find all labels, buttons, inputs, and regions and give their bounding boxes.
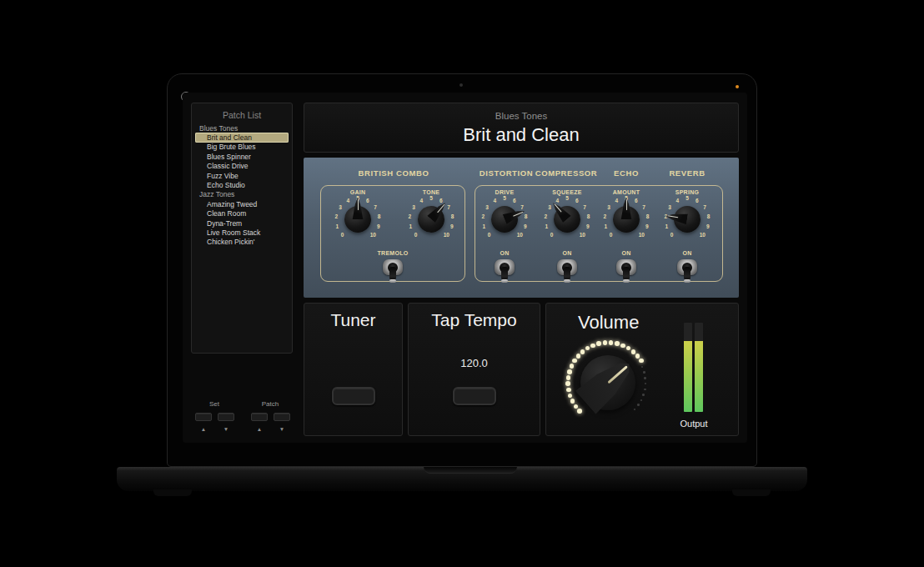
led-dot-lit (577, 409, 582, 414)
knob-scale-number: 8 (378, 213, 381, 218)
led-dot-lit (572, 359, 577, 364)
switch-lever (501, 267, 508, 280)
led-dot-unlit (641, 366, 644, 369)
knob-scale-number: 0 (670, 232, 674, 238)
patch-list-item[interactable]: Big Brute Blues (192, 143, 292, 152)
led-dot-lit (603, 340, 608, 345)
switch-lever-tip (684, 279, 690, 283)
knob-scale-number: 8 (451, 213, 454, 218)
drive-knob[interactable]: 012345678910 (478, 193, 531, 246)
reverb-on-switch[interactable] (676, 259, 698, 284)
patch-list-item[interactable]: Fuzz Vibe (192, 171, 292, 180)
patch-down-button[interactable] (274, 413, 290, 421)
patch-up-button[interactable] (251, 413, 268, 421)
led-dot-lit (626, 346, 631, 351)
knob-scale-number: 8 (525, 213, 528, 218)
spring-knob[interactable]: 012345678910 (660, 193, 714, 246)
patch-list-item[interactable]: Clean Room (192, 209, 292, 218)
led-dot-lit (596, 341, 601, 346)
knob-scale-number: 6 (635, 197, 638, 203)
patch-group-label: Jazz Tones (192, 190, 292, 199)
led-dot-unlit (637, 404, 640, 406)
knob-scale-number: 1 (482, 223, 485, 229)
knob-scale-number: 9 (706, 223, 710, 229)
knob-scale-number: 10 (370, 232, 376, 238)
led-dot-unlit (634, 409, 636, 411)
echo-on-switch[interactable] (615, 259, 637, 284)
knob-scale-number: 5 (503, 195, 506, 201)
led-dot-unlit (645, 383, 647, 385)
patch-list-item[interactable]: Classic Drive (192, 162, 292, 171)
knob-scale-number: 0 (550, 232, 554, 238)
knob-scale-number: 1 (604, 223, 607, 229)
led-dot-lit (568, 394, 573, 399)
patch-list-item[interactable]: Brit and Clean (195, 133, 289, 142)
patch-down-arrow-icon[interactable]: ▼ (279, 426, 284, 432)
knob-scale-number: 4 (346, 197, 349, 203)
knob-scale-number: 0 (341, 232, 344, 238)
led-dot-lit (620, 344, 625, 349)
squeeze-knob[interactable]: 012345678910 (540, 193, 594, 246)
knob-scale-number: 4 (615, 197, 618, 203)
gain-knob[interactable]: 012345678910 (331, 193, 384, 246)
led-dot-lit (609, 340, 614, 345)
knob-scale-number: 0 (610, 232, 613, 238)
patch-list-item[interactable]: Amazing Tweed (192, 199, 292, 208)
patch-list-item[interactable]: Echo Studio (192, 180, 292, 189)
app-window: Patch List Blues TonesBrit and CleanBig … (183, 93, 747, 443)
set-up-button[interactable] (195, 413, 212, 421)
knob-scale-number: 1 (545, 223, 548, 229)
tap-tempo-button[interactable] (453, 387, 496, 405)
tone-knob[interactable]: 012345678910 (404, 193, 458, 246)
patch-list-item[interactable]: Live Room Stack (192, 228, 292, 237)
led-dot-lit (631, 349, 636, 354)
knob-scale-number: 5 (429, 195, 433, 201)
led-dot-lit (615, 341, 620, 346)
knob-scale-number: 10 (517, 232, 523, 238)
tremolo-switch[interactable] (382, 259, 404, 284)
set-down-button[interactable] (218, 413, 234, 421)
knob-scale-number: 6 (696, 197, 699, 203)
patch-label: Patch (262, 400, 279, 408)
compressor-on-switch[interactable] (556, 259, 578, 284)
patch-list-item[interactable]: Blues Spinner (192, 152, 292, 161)
patch-list-title: Patch List (192, 110, 292, 120)
patch-group-name: Blues Tones (304, 111, 738, 121)
section-title-british-combo: BRITISH COMBO (359, 168, 429, 178)
patch-list-item[interactable]: Chicken Pickin' (192, 238, 292, 247)
knob-scale-number: 0 (414, 232, 418, 238)
distortion-on-switch[interactable] (494, 259, 515, 284)
patch-list-item[interactable]: Dyna-Trem (192, 218, 292, 228)
set-label: Set (209, 400, 219, 408)
led-dot-lit (580, 349, 585, 354)
led-dot-lit (570, 399, 575, 404)
amount-knob[interactable]: 012345678910 (600, 193, 653, 246)
current-patch-name: Brit and Clean (304, 124, 738, 146)
switch-lever-tip (389, 279, 396, 283)
knob-scale-number: 10 (444, 232, 449, 238)
patch-up-arrow-icon[interactable]: ▲ (257, 426, 262, 432)
output-meter-right (695, 323, 703, 412)
knob-scale-number: 5 (685, 195, 689, 201)
compressor-on-label: ON (562, 250, 571, 256)
knob-scale-number: 5 (565, 195, 569, 201)
patch-group-label: Blues Tones (192, 123, 292, 133)
set-up-arrow-icon[interactable]: ▲ (201, 426, 206, 432)
echo-on-label: ON (621, 250, 630, 256)
led-dot-lit (565, 381, 570, 386)
volume-knob[interactable] (558, 333, 658, 433)
macbook-screen: × Patch List Blues TonesBrit and CleanBi… (167, 73, 757, 467)
knob-scale-number: 2 (409, 213, 412, 218)
switch-lever (684, 267, 690, 280)
switch-lever-tip (501, 279, 508, 283)
tuner-button[interactable] (332, 387, 375, 405)
knob-scale-number: 9 (377, 223, 380, 229)
right-foot (732, 489, 771, 496)
knob-scale-number: 4 (675, 197, 679, 203)
background: × Patch List Blues TonesBrit and CleanBi… (0, 0, 924, 567)
volume-title: Volume (578, 312, 639, 334)
tap-tempo-title: Tap Tempo (409, 310, 540, 330)
knob-scale-number: 3 (607, 203, 610, 209)
set-down-arrow-icon[interactable]: ▼ (223, 426, 228, 432)
led-dot-unlit (640, 399, 643, 402)
